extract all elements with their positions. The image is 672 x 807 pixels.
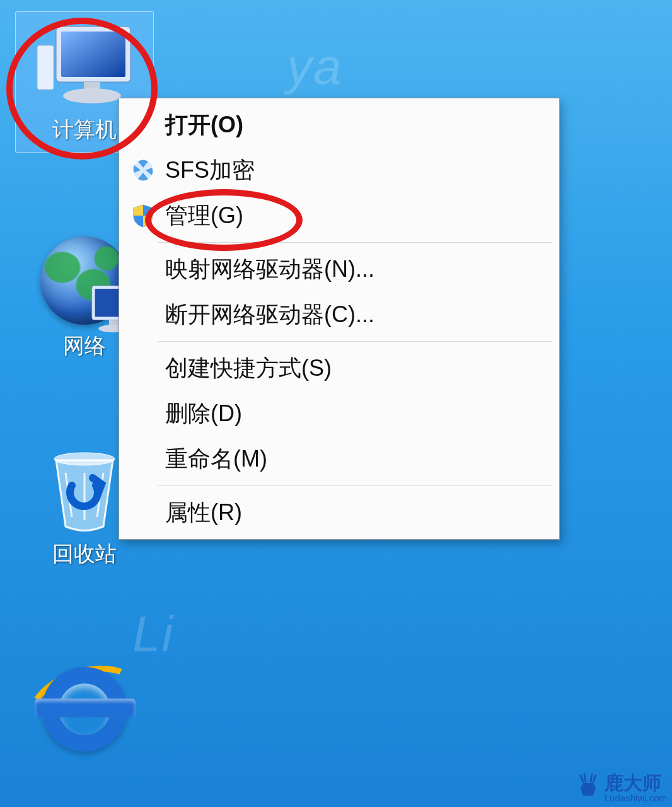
svg-rect-7 [109, 320, 119, 325]
context-menu-separator [158, 485, 552, 486]
context-menu: 打开(O) SFS加密 管理(G) 映射网络驱动器 [119, 98, 560, 540]
menu-item-label: 重命名(M) [165, 444, 267, 475]
menu-item-label: 删除(D) [165, 398, 242, 429]
desktop-icon-label: 回收站 [15, 540, 154, 569]
uac-shield-icon [130, 202, 156, 229]
menu-item-label: 属性(R) [165, 497, 242, 528]
context-menu-create-shortcut[interactable]: 创建快捷方式(S) [121, 345, 557, 391]
watermark-ghost: Li [132, 605, 174, 663]
ie-icon [31, 662, 138, 757]
watermark-brand: 鹿大师 Ludashiwj.com [576, 773, 667, 803]
watermark-brand-name: 鹿大师 [605, 773, 667, 793]
menu-item-label: 打开(O) [165, 110, 243, 141]
context-menu-sfs-encrypt[interactable]: SFS加密 [121, 148, 557, 193]
menu-item-label: SFS加密 [165, 155, 255, 186]
context-menu-manage[interactable]: 管理(G) [121, 193, 557, 238]
context-menu-delete[interactable]: 删除(D) [121, 391, 557, 436]
context-menu-rename[interactable]: 重命名(M) [121, 436, 557, 482]
menu-item-label: 断开网络驱动器(C)... [165, 299, 374, 330]
context-menu-separator [158, 242, 552, 243]
menu-item-label: 管理(G) [165, 200, 243, 231]
context-menu-map-network-drive[interactable]: 映射网络驱动器(N)... [121, 247, 557, 292]
desktop-icon-internet-explorer[interactable] [15, 662, 154, 760]
svg-rect-0 [37, 45, 54, 90]
context-menu-disconnect-network-drive[interactable]: 断开网络驱动器(C)... [121, 292, 557, 337]
menu-item-label: 创建快捷方式(S) [165, 353, 332, 384]
svg-point-4 [63, 88, 121, 103]
context-menu-properties[interactable]: 属性(R) [121, 490, 557, 535]
watermark-url: Ludashiwj.com [605, 793, 667, 803]
context-menu-separator [158, 341, 552, 342]
context-menu-open[interactable]: 打开(O) [121, 102, 557, 148]
svg-rect-2 [61, 32, 125, 77]
svg-point-9 [54, 453, 115, 465]
deer-icon [576, 773, 601, 803]
menu-item-label: 映射网络驱动器(N)... [165, 254, 374, 285]
sfs-icon [130, 157, 156, 183]
watermark-ghost: ya [287, 38, 343, 96]
